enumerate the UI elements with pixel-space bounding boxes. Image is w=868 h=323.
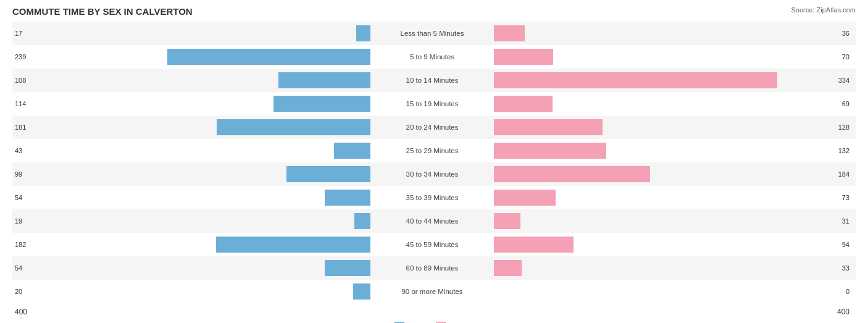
left-section: 182 bbox=[12, 233, 370, 256]
row-label: 10 to 14 Minutes bbox=[370, 77, 494, 84]
female-bar bbox=[494, 25, 525, 41]
female-bar bbox=[494, 237, 574, 253]
male-value: 182 bbox=[15, 241, 26, 248]
male-bar bbox=[354, 213, 370, 229]
row-label: 45 to 59 Minutes bbox=[370, 241, 494, 248]
right-section: 73 bbox=[494, 186, 852, 209]
male-value: 19 bbox=[15, 217, 22, 225]
female-value: 0 bbox=[846, 288, 849, 295]
female-bar bbox=[494, 119, 603, 135]
male-bar bbox=[278, 72, 370, 88]
row-label: 5 to 9 Minutes bbox=[370, 53, 494, 61]
female-bar bbox=[494, 166, 650, 182]
bar-row: 108 10 to 14 Minutes 334 bbox=[12, 69, 856, 92]
female-value: 70 bbox=[842, 53, 849, 61]
male-bar bbox=[353, 283, 370, 300]
female-bar bbox=[494, 72, 777, 88]
male-value: 43 bbox=[15, 147, 22, 154]
female-value: 33 bbox=[842, 264, 849, 272]
male-value: 239 bbox=[15, 53, 26, 61]
female-value: 128 bbox=[838, 124, 849, 131]
right-section: 128 bbox=[494, 115, 852, 139]
female-bar bbox=[494, 143, 606, 159]
male-bar bbox=[356, 25, 370, 41]
bar-row: 54 60 to 89 Minutes 33 bbox=[12, 256, 856, 280]
female-value: 94 bbox=[842, 241, 849, 248]
male-value: 20 bbox=[15, 288, 22, 295]
female-bar bbox=[494, 49, 553, 65]
bar-row: 17 Less than 5 Minutes 36 bbox=[12, 22, 856, 45]
axis-left: 400 bbox=[12, 308, 370, 316]
right-section: 184 bbox=[494, 162, 852, 186]
male-bar bbox=[167, 49, 370, 65]
row-label: 60 to 89 Minutes bbox=[370, 264, 494, 272]
left-section: 108 bbox=[12, 69, 370, 92]
left-section: 17 bbox=[12, 22, 370, 45]
bar-row: 20 90 or more Minutes 0 bbox=[12, 280, 856, 303]
bar-row: 43 25 to 29 Minutes 132 bbox=[12, 139, 856, 162]
female-value: 31 bbox=[842, 217, 849, 225]
male-bar bbox=[273, 96, 370, 112]
male-bar bbox=[216, 237, 370, 253]
female-value: 36 bbox=[842, 30, 849, 37]
row-label: 35 to 39 Minutes bbox=[370, 194, 494, 201]
left-section: 19 bbox=[12, 209, 370, 233]
right-section: 132 bbox=[494, 139, 852, 162]
bar-row: 99 30 to 34 Minutes 184 bbox=[12, 162, 856, 186]
right-section: 334 bbox=[494, 69, 852, 92]
right-section: 69 bbox=[494, 92, 852, 115]
female-bar bbox=[494, 190, 556, 206]
male-value: 54 bbox=[15, 264, 22, 272]
left-section: 114 bbox=[12, 92, 370, 115]
male-value: 114 bbox=[15, 100, 26, 107]
bar-row: 181 20 to 24 Minutes 128 bbox=[12, 115, 856, 139]
male-value: 181 bbox=[15, 124, 26, 131]
left-section: 54 bbox=[12, 256, 370, 280]
row-label: 25 to 29 Minutes bbox=[370, 147, 494, 154]
right-section: 94 bbox=[494, 233, 852, 256]
female-value: 69 bbox=[842, 100, 849, 107]
bar-row: 239 5 to 9 Minutes 70 bbox=[12, 45, 856, 69]
left-section: 54 bbox=[12, 186, 370, 209]
row-label: 20 to 24 Minutes bbox=[370, 124, 494, 131]
right-section: 36 bbox=[494, 22, 852, 45]
left-section: 239 bbox=[12, 45, 370, 69]
female-bar bbox=[494, 213, 520, 229]
male-value: 99 bbox=[15, 170, 22, 178]
row-label: 15 to 19 Minutes bbox=[370, 100, 494, 107]
axis-right: 400 bbox=[494, 308, 852, 316]
female-value: 132 bbox=[838, 147, 849, 154]
female-value: 73 bbox=[842, 194, 849, 201]
right-section: 0 bbox=[494, 280, 852, 303]
left-section: 99 bbox=[12, 162, 370, 186]
male-bar bbox=[334, 143, 370, 159]
male-bar bbox=[286, 166, 370, 182]
bar-row: 54 35 to 39 Minutes 73 bbox=[12, 186, 856, 209]
male-value: 54 bbox=[15, 194, 22, 201]
male-bar bbox=[325, 260, 370, 276]
bars-area: 17 Less than 5 Minutes 36 239 5 to 9 Min… bbox=[12, 22, 856, 303]
male-value: 17 bbox=[15, 30, 22, 37]
right-section: 31 bbox=[494, 209, 852, 233]
row-label: 40 to 44 Minutes bbox=[370, 217, 494, 225]
bar-row: 182 45 to 59 Minutes 94 bbox=[12, 233, 856, 256]
row-label: 30 to 34 Minutes bbox=[370, 170, 494, 178]
chart-title: COMMUTE TIME BY SEX IN CALVERTON bbox=[12, 6, 856, 17]
right-section: 70 bbox=[494, 45, 852, 69]
left-section: 43 bbox=[12, 139, 370, 162]
axis-row: 400 400 bbox=[12, 306, 856, 318]
bar-row: 19 40 to 44 Minutes 31 bbox=[12, 209, 856, 233]
female-bar bbox=[494, 260, 522, 276]
male-value: 108 bbox=[15, 77, 26, 84]
right-section: 33 bbox=[494, 256, 852, 280]
female-value: 184 bbox=[838, 170, 849, 178]
male-bar bbox=[217, 119, 370, 135]
left-section: 181 bbox=[12, 115, 370, 139]
female-value: 334 bbox=[838, 77, 849, 84]
bar-row: 114 15 to 19 Minutes 69 bbox=[12, 92, 856, 115]
female-bar bbox=[494, 96, 553, 112]
male-bar bbox=[325, 190, 370, 206]
left-section: 20 bbox=[12, 280, 370, 303]
row-label: Less than 5 Minutes bbox=[370, 30, 494, 37]
row-label: 90 or more Minutes bbox=[370, 288, 494, 295]
